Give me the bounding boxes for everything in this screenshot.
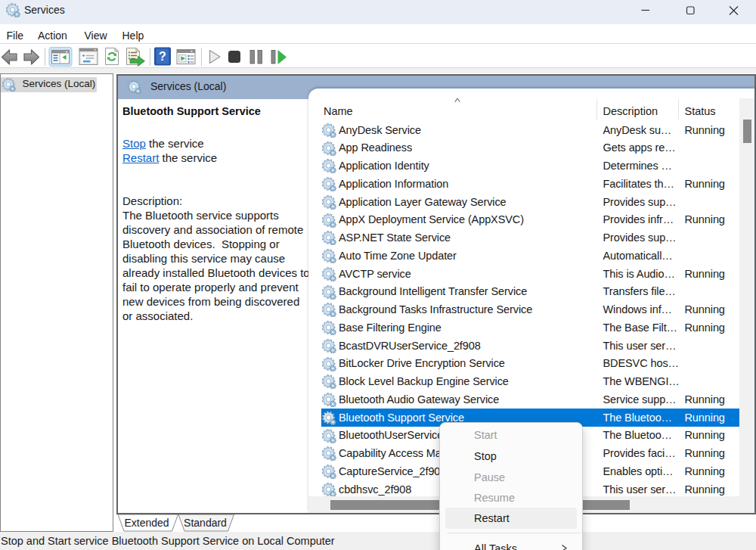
svg-text:?: ? <box>159 50 166 63</box>
svg-text:Standard: Standard <box>184 517 227 529</box>
svg-text:Extended: Extended <box>124 517 169 529</box>
